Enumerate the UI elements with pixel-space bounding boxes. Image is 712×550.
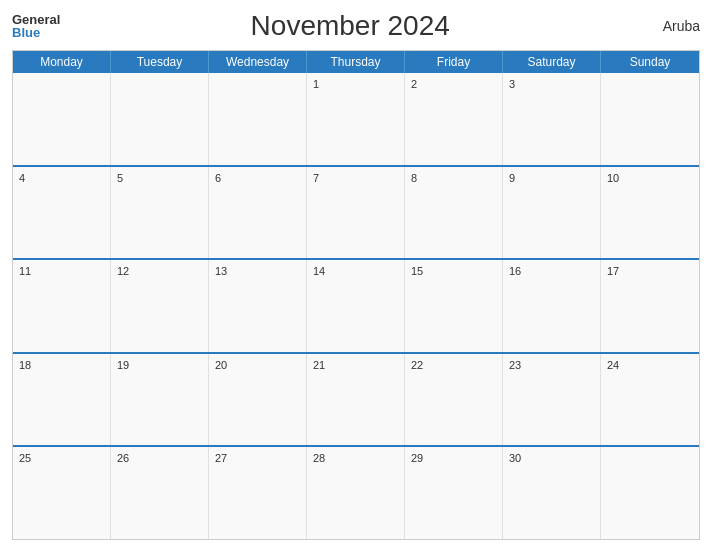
day-cell: 19 bbox=[111, 354, 209, 446]
calendar: Monday Tuesday Wednesday Thursday Friday… bbox=[12, 50, 700, 540]
day-cell: 23 bbox=[503, 354, 601, 446]
day-cell: 25 bbox=[13, 447, 111, 539]
day-cell: 27 bbox=[209, 447, 307, 539]
day-cell: 4 bbox=[13, 167, 111, 259]
day-cell: 5 bbox=[111, 167, 209, 259]
week-row-5: 25 26 27 28 29 30 bbox=[13, 445, 699, 539]
day-cell bbox=[601, 447, 699, 539]
country-label: Aruba bbox=[640, 18, 700, 34]
day-cell bbox=[13, 73, 111, 165]
week-row-4: 18 19 20 21 22 23 24 bbox=[13, 352, 699, 446]
day-cell: 10 bbox=[601, 167, 699, 259]
header: General Blue November 2024 Aruba bbox=[12, 10, 700, 42]
day-cell: 30 bbox=[503, 447, 601, 539]
day-cell: 21 bbox=[307, 354, 405, 446]
week-row-2: 4 5 6 7 8 9 10 bbox=[13, 165, 699, 259]
day-cell: 22 bbox=[405, 354, 503, 446]
day-headers: Monday Tuesday Wednesday Thursday Friday… bbox=[13, 51, 699, 73]
day-cell: 13 bbox=[209, 260, 307, 352]
header-sunday: Sunday bbox=[601, 51, 699, 73]
day-cell: 9 bbox=[503, 167, 601, 259]
day-cell: 3 bbox=[503, 73, 601, 165]
logo: General Blue bbox=[12, 13, 60, 39]
day-cell: 7 bbox=[307, 167, 405, 259]
header-wednesday: Wednesday bbox=[209, 51, 307, 73]
day-cell: 12 bbox=[111, 260, 209, 352]
header-monday: Monday bbox=[13, 51, 111, 73]
day-cell: 26 bbox=[111, 447, 209, 539]
day-cell bbox=[111, 73, 209, 165]
logo-blue-text: Blue bbox=[12, 26, 40, 39]
day-cell bbox=[209, 73, 307, 165]
day-cell: 2 bbox=[405, 73, 503, 165]
day-cell: 15 bbox=[405, 260, 503, 352]
day-cell: 11 bbox=[13, 260, 111, 352]
day-cell: 24 bbox=[601, 354, 699, 446]
day-cell: 14 bbox=[307, 260, 405, 352]
day-cell: 8 bbox=[405, 167, 503, 259]
page-title: November 2024 bbox=[60, 10, 640, 42]
day-cell: 28 bbox=[307, 447, 405, 539]
day-cell: 1 bbox=[307, 73, 405, 165]
day-cell: 6 bbox=[209, 167, 307, 259]
week-row-3: 11 12 13 14 15 16 17 bbox=[13, 258, 699, 352]
day-cell: 16 bbox=[503, 260, 601, 352]
day-cell: 18 bbox=[13, 354, 111, 446]
header-tuesday: Tuesday bbox=[111, 51, 209, 73]
header-friday: Friday bbox=[405, 51, 503, 73]
day-cell: 17 bbox=[601, 260, 699, 352]
header-saturday: Saturday bbox=[503, 51, 601, 73]
header-thursday: Thursday bbox=[307, 51, 405, 73]
day-cell bbox=[601, 73, 699, 165]
day-cell: 20 bbox=[209, 354, 307, 446]
weeks-container: 1 2 3 4 5 6 7 8 9 10 11 12 13 14 15 bbox=[13, 73, 699, 539]
day-cell: 29 bbox=[405, 447, 503, 539]
calendar-page: General Blue November 2024 Aruba Monday … bbox=[0, 0, 712, 550]
week-row-1: 1 2 3 bbox=[13, 73, 699, 165]
